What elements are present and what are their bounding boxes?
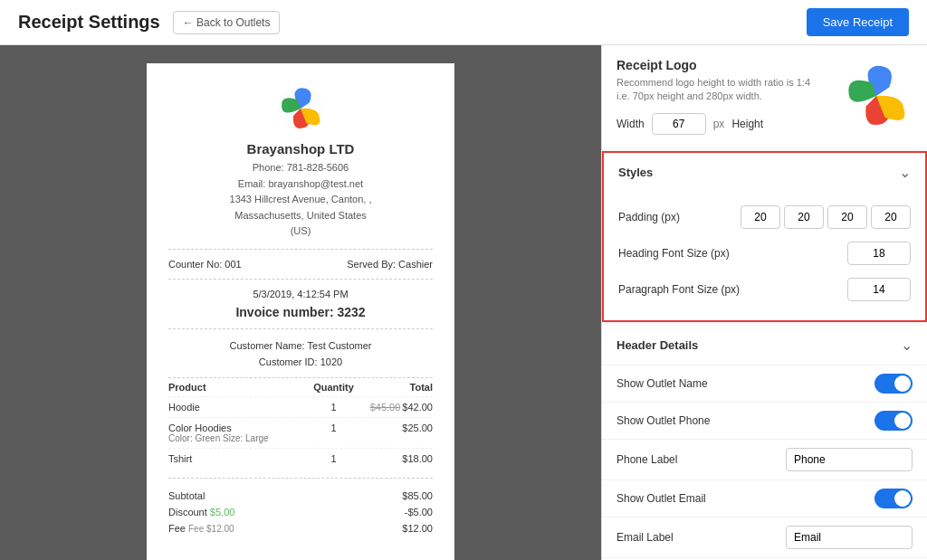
show-outlet-name-label: Show Outlet Name bbox=[616, 377, 708, 390]
right-panel: Receipt Logo Recommend logo height to wi… bbox=[601, 45, 927, 560]
logo-section: Receipt Logo Recommend logo height to wi… bbox=[602, 45, 927, 147]
width-label: Width bbox=[616, 118, 645, 130]
height-label: Height bbox=[731, 118, 763, 130]
show-outlet-email-row: Show Outlet Email bbox=[602, 479, 927, 517]
email-label-input[interactable] bbox=[786, 526, 913, 549]
receipt-divider-2 bbox=[168, 279, 433, 280]
receipt-address: 1343 Hillcrest Avenue, Canton, ,Massachu… bbox=[168, 192, 433, 240]
item-original-price: $45.00 bbox=[370, 402, 401, 413]
show-outlet-phone-label: Show Outlet Phone bbox=[616, 414, 710, 427]
padding-bottom-input[interactable] bbox=[827, 205, 867, 229]
padding-right-input[interactable] bbox=[784, 205, 824, 229]
show-outlet-name-toggle[interactable] bbox=[874, 374, 913, 394]
px-label-1: px bbox=[713, 118, 725, 130]
receipt-shop-name: Brayanshop LTD bbox=[168, 141, 433, 157]
heading-font-input[interactable] bbox=[847, 242, 911, 265]
item-name-colorhoodies: Color Hoodies Color: Green Size: Large bbox=[168, 422, 301, 443]
width-input[interactable] bbox=[652, 113, 706, 135]
receipt-logo-wrap bbox=[168, 85, 433, 132]
para-font-label: Paragraph Font Size (px) bbox=[618, 283, 740, 296]
phone-label-text: Phone Label bbox=[616, 453, 677, 466]
item-price-colorhoodies: $25.00 bbox=[367, 422, 433, 443]
receipt-email: Email: brayanshop@test.net bbox=[168, 176, 433, 193]
receipt-phone: Phone: 781-828-5606 bbox=[168, 160, 433, 176]
receipt-item: Hoodie 1 $45.00$42.00 bbox=[168, 396, 433, 417]
item-qty-hoodie: 1 bbox=[301, 402, 367, 413]
logo-section-inner: Receipt Logo Recommend logo height to wi… bbox=[616, 58, 913, 135]
toggle-slider bbox=[874, 411, 913, 431]
page-title: Receipt Settings bbox=[18, 12, 160, 33]
heading-font-row: Heading Font Size (px) bbox=[618, 235, 911, 271]
para-font-row: Paragraph Font Size (px) bbox=[618, 271, 911, 308]
discount-value: -$5.00 bbox=[405, 507, 433, 517]
padding-label: Padding (px) bbox=[618, 211, 680, 223]
item-variant: Color: Green Size: Large bbox=[168, 433, 301, 443]
heading-font-label: Heading Font Size (px) bbox=[618, 247, 730, 260]
save-receipt-button[interactable]: Save Receipt bbox=[807, 8, 909, 36]
show-outlet-phone-toggle[interactable] bbox=[874, 411, 913, 431]
col-total-header: Total bbox=[367, 382, 433, 393]
receipt-item: Color Hoodies Color: Green Size: Large 1… bbox=[168, 417, 433, 448]
styles-section: Styles ⌄ Padding (px) Heading Font Size … bbox=[602, 151, 927, 322]
receipt-meta: Counter No: 001 Served By: Cashier bbox=[168, 259, 433, 270]
item-qty-tshirt: 1 bbox=[301, 453, 367, 464]
receipt-divider-1 bbox=[168, 249, 433, 250]
receipt-customer-name: Customer Name: Test Customer bbox=[168, 338, 433, 355]
receipt-logo-icon bbox=[277, 85, 324, 132]
col-qty-header: Quantity bbox=[301, 382, 367, 393]
item-name-tshirt: Tshirt bbox=[168, 453, 301, 464]
email-label-text: Email Label bbox=[616, 531, 674, 544]
discount-label: Discount $5.00 bbox=[168, 507, 234, 517]
item-name-hoodie: Hoodie bbox=[168, 402, 301, 413]
header-details-title: Header Details bbox=[616, 338, 698, 352]
show-outlet-email-label: Show Outlet Email bbox=[616, 492, 706, 505]
col-product-header: Product bbox=[168, 382, 301, 393]
logo-dimensions: Width px Height bbox=[616, 113, 826, 135]
top-bar: Receipt Settings ← Back to Outlets Save … bbox=[0, 0, 927, 45]
fee-label: Fee Fee $12.00 bbox=[168, 523, 234, 534]
summary-fee: Fee Fee $12.00 $12.00 bbox=[168, 520, 433, 536]
logo-desc: Recommend logo height to width ratio is … bbox=[616, 76, 826, 104]
summary-subtotal: Subtotal $85.00 bbox=[168, 488, 433, 504]
toggle-slider bbox=[874, 489, 913, 508]
counter-no: Counter No: 001 bbox=[168, 259, 242, 270]
receipt-summary: Subtotal $85.00 Discount $5.00 -$5.00 Fe… bbox=[168, 488, 433, 536]
item-qty-colorhoodies: 1 bbox=[301, 422, 367, 443]
styles-title: Styles bbox=[618, 166, 653, 179]
padding-top-input[interactable] bbox=[741, 205, 780, 229]
subtotal-label: Subtotal bbox=[168, 490, 205, 501]
styles-body: Padding (px) Heading Font Size (px) Para… bbox=[604, 192, 925, 320]
fee-value: $12.00 bbox=[402, 523, 433, 534]
receipt-paper: Brayanshop LTD Phone: 781-828-5606 Email… bbox=[147, 63, 454, 560]
styles-chevron-icon: ⌄ bbox=[899, 164, 911, 181]
main-content: Brayanshop LTD Phone: 781-828-5606 Email… bbox=[0, 45, 927, 560]
show-outlet-phone-row: Show Outlet Phone bbox=[602, 402, 927, 439]
receipt-items-header: Product Quantity Total bbox=[168, 377, 433, 396]
receipt-logo-preview-icon bbox=[842, 62, 911, 130]
subtotal-value: $85.00 bbox=[402, 490, 433, 501]
show-outlet-name-row: Show Outlet Name bbox=[602, 365, 927, 402]
receipt-date: 5/3/2019, 4:12:54 PM bbox=[168, 289, 433, 299]
phone-label-row: Phone Label bbox=[602, 439, 927, 479]
header-details-section: Header Details ⌄ Show Outlet Name Show O… bbox=[602, 326, 927, 560]
header-details-header[interactable]: Header Details ⌄ bbox=[602, 326, 927, 365]
receipt-item: Tshirt 1 $18.00 bbox=[168, 448, 433, 469]
receipt-divider-3 bbox=[168, 328, 433, 329]
top-bar-left: Receipt Settings ← Back to Outlets bbox=[18, 11, 280, 34]
item-price-hoodie: $45.00$42.00 bbox=[367, 402, 433, 413]
phone-label-input[interactable] bbox=[786, 448, 913, 471]
logo-title: Receipt Logo bbox=[616, 58, 826, 72]
receipt-invoice: Invoice number: 3232 bbox=[168, 305, 433, 319]
served-by: Served By: Cashier bbox=[347, 259, 433, 270]
logo-image-wrap bbox=[840, 58, 913, 135]
padding-left-input[interactable] bbox=[871, 205, 911, 229]
logo-info: Receipt Logo Recommend logo height to wi… bbox=[616, 58, 826, 135]
receipt-divider-4 bbox=[168, 478, 433, 479]
item-price-tshirt: $18.00 bbox=[367, 453, 433, 464]
padding-inputs bbox=[741, 205, 911, 229]
styles-section-header[interactable]: Styles ⌄ bbox=[604, 153, 925, 192]
show-outlet-email-toggle[interactable] bbox=[874, 489, 913, 508]
para-font-input[interactable] bbox=[847, 278, 911, 301]
summary-discount: Discount $5.00 -$5.00 bbox=[168, 504, 433, 520]
back-to-outlets-button[interactable]: ← Back to Outlets bbox=[173, 11, 281, 34]
